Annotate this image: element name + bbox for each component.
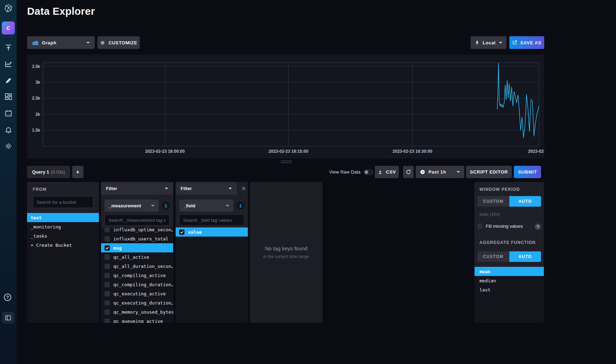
query-tab[interactable]: Query 1 (0.03s) [27, 166, 70, 178]
measurement-label: qc_queueing_active [113, 319, 163, 323]
add-query-button[interactable]: + [72, 166, 83, 178]
tag-keys-empty-panel: No tag keys found in the current time ra… [250, 182, 322, 323]
question-glyph: ? [6, 295, 9, 300]
measurement-label: qc_all_duration_secon… [113, 264, 173, 269]
chevron-down-icon [499, 42, 502, 44]
measurement-label: qc_all_active [113, 255, 149, 260]
measurement-item[interactable]: qc_queueing_active [101, 316, 173, 323]
filter-type-dropdown[interactable]: Filter [176, 182, 237, 195]
checkbox[interactable] [105, 309, 110, 315]
csv-download-button[interactable]: CSV [375, 166, 399, 178]
dashboards-icon[interactable] [0, 92, 17, 102]
local-dropdown[interactable]: Local [471, 36, 507, 49]
tasks-calendar-icon[interactable] [0, 108, 17, 118]
aggregate-function-item[interactable]: mean [474, 267, 544, 276]
svg-text:2023-02-23 16:00:00: 2023-02-23 16:00:00 [145, 149, 185, 154]
customize-button[interactable]: CUSTOMIZE [98, 36, 140, 49]
data-explorer-icon[interactable] [0, 59, 17, 69]
bucket-item[interactable]: _monitoring [27, 222, 99, 231]
refresh-icon [406, 169, 411, 175]
checkbox[interactable] [105, 264, 110, 269]
view-type-dropdown[interactable]: Graph [27, 36, 95, 49]
measurement-item[interactable]: qc_compiling_active [101, 271, 173, 280]
field-label: value [188, 230, 202, 235]
window-period-value: auto (10s) [479, 212, 500, 217]
bucket-item[interactable]: _tasks [27, 231, 99, 240]
checkbox[interactable] [105, 273, 110, 278]
query-tab-label: Query 1 [32, 169, 49, 175]
clock-icon [420, 169, 425, 175]
notebooks-edit-icon[interactable] [0, 76, 17, 86]
checkbox[interactable] [105, 255, 110, 260]
bucket-item[interactable]: test [27, 213, 99, 222]
empty-title: No tag keys found [265, 245, 308, 251]
plus-icon: + [76, 169, 80, 175]
checkbox[interactable] [105, 291, 110, 296]
save-as-button[interactable]: SAVE AS [509, 36, 544, 49]
help-icon[interactable]: ? [4, 294, 11, 301]
influxdb-logo-icon[interactable] [0, 4, 17, 13]
bucket-list: test _monitoring _tasks + Create Bucket [27, 213, 99, 323]
measurement-item[interactable]: influxdb_uptime_secon… [101, 228, 173, 234]
filter-type-dropdown[interactable]: Filter [101, 182, 173, 195]
field-search-input[interactable] [179, 214, 244, 226]
from-title: FROM [33, 187, 46, 192]
local-label: Local [483, 40, 496, 45]
from-panel: FROM test _monitoring _tasks + Create Bu… [27, 182, 99, 323]
aggregate-function-item[interactable]: last [474, 285, 544, 294]
checkbox[interactable] [105, 319, 110, 323]
upload-icon[interactable] [0, 43, 17, 53]
page-title: Data Explorer [27, 6, 95, 17]
measurement-item[interactable]: qc_memory_unused_bytes [101, 307, 173, 316]
save-as-label: SAVE AS [520, 40, 541, 45]
measurement-item[interactable]: qc_compiling_duration… [101, 280, 173, 289]
refresh-button[interactable] [403, 166, 414, 178]
measurement-item[interactable]: qc_all_duration_secon… [101, 262, 173, 271]
field-item[interactable]: value [176, 227, 248, 237]
submit-button[interactable]: SUBMIT [514, 166, 541, 178]
resize-handle[interactable] [281, 161, 292, 164]
create-bucket-button[interactable]: + Create Bucket [27, 240, 99, 250]
svg-text:3k: 3k [36, 80, 40, 85]
customize-label: CUSTOMIZE [108, 40, 137, 45]
settings-gear-icon[interactable] [0, 141, 17, 151]
checkbox-checked[interactable] [179, 230, 184, 235]
custom-option[interactable]: CUSTOM [477, 251, 509, 262]
custom-option[interactable]: CUSTOM [477, 196, 509, 207]
fill-missing-checkbox[interactable] [477, 224, 483, 229]
measurement-item[interactable]: influxdb_users_total [101, 234, 173, 243]
auto-option[interactable]: AUTO [509, 196, 541, 207]
toggle-sidebar-icon[interactable] [2, 312, 14, 324]
tag-key-dropdown[interactable]: _field [179, 200, 233, 212]
alerts-bell-icon[interactable] [0, 125, 17, 135]
submit-label: SUBMIT [518, 169, 537, 175]
script-editor-button[interactable]: SCRIPT EDITOR [466, 166, 512, 178]
window-period-panel: WINDOW PERIOD CUSTOM AUTO auto (10s) Fil… [474, 182, 544, 323]
chevron-down-icon [226, 205, 229, 207]
chevron-down-icon [228, 188, 232, 189]
auto-option[interactable]: AUTO [509, 251, 541, 262]
bucket-search-input[interactable] [33, 196, 93, 208]
measurement-item[interactable]: msg [101, 243, 173, 252]
selected-count-badge: 1 [162, 201, 170, 210]
checkbox-checked[interactable] [105, 245, 110, 251]
svg-text:2023-02-23 16:15:00: 2023-02-23 16:15:00 [269, 149, 308, 154]
measurement-search-input[interactable] [105, 214, 170, 226]
checkbox[interactable] [105, 236, 110, 241]
checkbox[interactable] [105, 300, 110, 306]
tag-key-dropdown[interactable]: _measurement [105, 200, 159, 212]
account-avatar[interactable]: C [2, 21, 15, 34]
measurement-item[interactable]: qc_executing_duration… [101, 298, 173, 307]
time-range-dropdown[interactable]: Past 1h [416, 166, 464, 178]
measurement-item[interactable]: qc_all_active [101, 252, 173, 262]
measurement-item[interactable]: qc_executing_active [101, 289, 173, 298]
close-icon[interactable]: × [241, 185, 246, 192]
checkbox[interactable] [105, 282, 110, 287]
time-range-label: Past 1h [428, 169, 446, 175]
tag-key-label: _measurement [109, 203, 141, 208]
chart-panel: 1.5k2k2.5k3k3.5k2023-02-23 16:00:002023-… [27, 55, 544, 158]
help-tooltip-icon[interactable]: ? [535, 224, 541, 230]
checkbox[interactable] [105, 228, 110, 232]
aggregate-function-item[interactable]: median [474, 276, 544, 285]
view-raw-data-toggle[interactable] [364, 169, 373, 175]
